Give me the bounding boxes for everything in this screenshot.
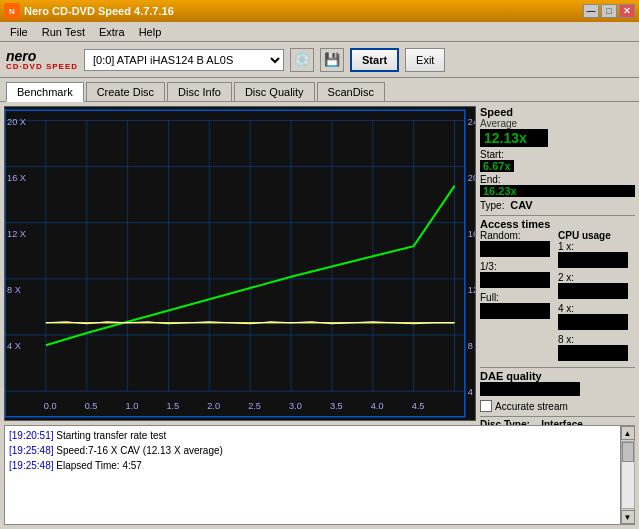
cpu-4x-value [558, 314, 628, 330]
log-text-3: Elapsed Time: 4:57 [56, 460, 142, 471]
scroll-down-button[interactable]: ▼ [621, 510, 635, 524]
dae-quality-label: DAE quality [480, 370, 635, 382]
menu-run-test[interactable]: Run Test [36, 24, 91, 40]
minimize-button[interactable]: — [583, 4, 599, 18]
svg-text:1.5: 1.5 [166, 401, 179, 411]
svg-text:4.5: 4.5 [412, 401, 425, 411]
menu-bar: File Run Test Extra Help [0, 22, 639, 42]
tab-create-disc[interactable]: Create Disc [86, 82, 165, 101]
dae-section: DAE quality Accurate stream [480, 367, 635, 412]
one-third-label: 1/3: [480, 261, 550, 272]
access-times-section: Access times Random: 1/3: Full: CPU usag… [480, 215, 635, 363]
maximize-button[interactable]: □ [601, 4, 617, 18]
scroll-up-button[interactable]: ▲ [621, 426, 635, 440]
svg-text:4: 4 [468, 387, 473, 397]
cpu-1x-value [558, 252, 628, 268]
menu-help[interactable]: Help [133, 24, 168, 40]
svg-text:0.5: 0.5 [85, 401, 98, 411]
tab-disc-info[interactable]: Disc Info [167, 82, 232, 101]
svg-text:8: 8 [468, 341, 473, 351]
toolbar-icon-1[interactable]: 💿 [290, 48, 314, 72]
speed-label: Speed [480, 106, 635, 118]
accurate-stream-label: Accurate stream [495, 401, 568, 412]
dae-value [480, 382, 580, 396]
toolbar-icon-2[interactable]: 💾 [320, 48, 344, 72]
log-line-2: [19:25:48] Speed:7-16 X CAV (12.13 X ave… [9, 443, 616, 458]
chart-area: 20 X 16 X 12 X 8 X 4 X 24 20 16 12 8 4 0… [4, 106, 476, 421]
menu-extra[interactable]: Extra [93, 24, 131, 40]
svg-text:3.5: 3.5 [330, 401, 343, 411]
svg-text:2.0: 2.0 [207, 401, 220, 411]
svg-text:8 X: 8 X [7, 285, 21, 295]
svg-text:2.5: 2.5 [248, 401, 261, 411]
random-value [480, 241, 550, 257]
log-area: [19:20:51] Starting transfer rate test [… [4, 425, 635, 525]
access-times-label: Access times [480, 215, 635, 230]
svg-text:0.0: 0.0 [44, 401, 57, 411]
cpu-2x-value [558, 283, 628, 299]
cpu-8x-value [558, 345, 628, 361]
log-text-1: Starting transfer rate test [56, 430, 166, 441]
full-label: Full: [480, 292, 550, 303]
tab-disc-quality[interactable]: Disc Quality [234, 82, 315, 101]
close-button[interactable]: ✕ [619, 4, 635, 18]
cpu-8x-label: 8 x: [558, 334, 628, 345]
log-timestamp-2: [19:25:48] [9, 445, 53, 456]
nero-logo-text: nero [6, 49, 36, 63]
svg-text:20 X: 20 X [7, 117, 26, 127]
svg-text:4 X: 4 X [7, 341, 21, 351]
speed-chart: 20 X 16 X 12 X 8 X 4 X 24 20 16 12 8 4 0… [5, 107, 475, 420]
exit-button[interactable]: Exit [405, 48, 445, 72]
svg-text:12 X: 12 X [7, 229, 26, 239]
tab-scan-disc[interactable]: ScanDisc [317, 82, 385, 101]
end-value: 16.23x [480, 185, 635, 197]
svg-text:20: 20 [468, 173, 475, 183]
nero-logo: nero CD·DVD SPEED [6, 49, 78, 71]
log-scrollbar: ▲ ▼ [620, 426, 634, 524]
end-label: End: [480, 174, 635, 185]
random-label: Random: [480, 230, 550, 241]
title-bar: N Nero CD-DVD Speed 4.7.7.16 — □ ✕ [0, 0, 639, 22]
menu-file[interactable]: File [4, 24, 34, 40]
type-label: Type: [480, 200, 504, 211]
accurate-stream-area: Accurate stream [480, 400, 635, 412]
svg-text:16: 16 [468, 229, 475, 239]
start-button[interactable]: Start [350, 48, 399, 72]
tab-benchmark[interactable]: Benchmark [6, 82, 84, 102]
app-icon: N [4, 3, 20, 19]
type-value: CAV [510, 199, 532, 211]
svg-text:1.0: 1.0 [126, 401, 139, 411]
accurate-stream-checkbox[interactable] [480, 400, 492, 412]
svg-text:16 X: 16 X [7, 173, 26, 183]
speed-section: Speed Average 12.13x Start: 6.67x End: 1… [480, 106, 635, 211]
average-label: Average [480, 118, 635, 129]
content-area: 20 X 16 X 12 X 8 X 4 X 24 20 16 12 8 4 0… [0, 102, 639, 425]
log-timestamp-3: [19:25:48] [9, 460, 53, 471]
svg-text:3.0: 3.0 [289, 401, 302, 411]
log-text-2: Speed:7-16 X CAV (12.13 X average) [56, 445, 223, 456]
toolbar: nero CD·DVD SPEED [0:0] ATAPI iHAS124 B … [0, 42, 639, 78]
log-timestamp-1: [19:20:51] [9, 430, 53, 441]
one-third-value [480, 272, 550, 288]
svg-text:24: 24 [468, 117, 475, 127]
disc-type-section: Disc Type: DVD-R Length: 4.38 GB Interfa… [480, 416, 635, 425]
cd-dvd-logo-text: CD·DVD SPEED [6, 63, 78, 71]
start-label: Start: [480, 149, 514, 160]
average-value: 12.13x [480, 129, 548, 147]
scroll-track [621, 441, 635, 509]
full-value [480, 303, 550, 319]
cpu-1x-label: 1 x: [558, 241, 628, 252]
log-line-3: [19:25:48] Elapsed Time: 4:57 [9, 458, 616, 473]
start-value: 6.67x [480, 160, 514, 172]
tab-bar: Benchmark Create Disc Disc Info Disc Qua… [0, 78, 639, 102]
scroll-thumb[interactable] [622, 442, 634, 462]
cpu-usage-label: CPU usage [558, 230, 628, 241]
log-line-1: [19:20:51] Starting transfer rate test [9, 428, 616, 443]
window-title: Nero CD-DVD Speed 4.7.7.16 [24, 5, 174, 17]
cpu-2x-label: 2 x: [558, 272, 628, 283]
right-panel: Speed Average 12.13x Start: 6.67x End: 1… [480, 106, 635, 421]
svg-rect-0 [5, 110, 475, 417]
svg-text:12: 12 [468, 285, 475, 295]
log-content: [19:20:51] Starting transfer rate test [… [5, 426, 620, 524]
drive-selector[interactable]: [0:0] ATAPI iHAS124 B AL0S [84, 49, 284, 71]
